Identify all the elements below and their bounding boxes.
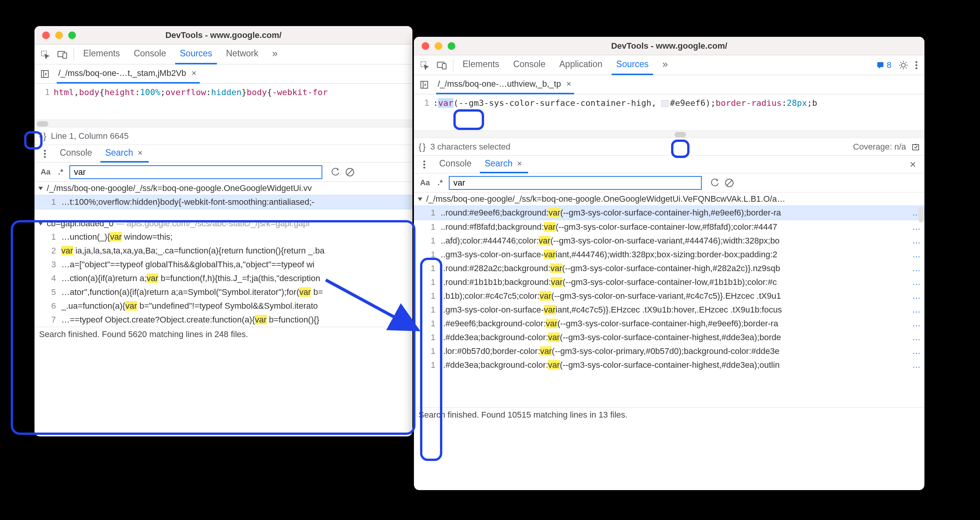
device-toggle-icon[interactable] [56,48,69,61]
vertical-scrollbar[interactable] [918,207,924,222]
color-swatch-icon[interactable] [662,100,668,107]
result-line[interactable]: 4…ction(a){if(a)return a;var b=function(… [34,272,412,285]
result-line[interactable]: 1..gm3-sys-color-on-surface-variant,#444… [414,248,924,262]
inspect-icon[interactable] [418,59,431,72]
result-group[interactable]: /_/mss/boq-one-google/_/ss/k=boq-one-goo… [414,193,924,206]
close-tab-icon[interactable]: × [190,68,198,78]
svg-point-23 [424,166,425,168]
code-editor[interactable]: 1 html,body{height:100%;overflow:hidden}… [34,84,412,101]
svg-rect-12 [442,64,446,69]
more-menu-icon[interactable] [915,61,918,69]
match-case-icon[interactable]: Aa [419,178,432,188]
drawer-menu-icon[interactable] [418,158,431,171]
search-input[interactable] [69,165,322,179]
close-window-icon[interactable] [422,42,429,50]
cancel-icon[interactable] [345,168,355,177]
close-drawer-tab-icon[interactable]: × [515,159,524,169]
close-drawer-tab-icon[interactable]: × [136,148,144,158]
tab-console[interactable]: Console [129,44,171,64]
caret-down-icon [38,222,43,225]
result-line[interactable]: 1..round:#f8fafd;background:var(--gm3-sy… [414,220,924,234]
search-match: var [110,232,122,242]
drawer-tab-console[interactable]: Console [55,145,97,163]
result-line[interactable]: 7…==typeof Object.create?Object.create:f… [34,313,412,327]
close-tab-icon[interactable]: × [565,79,573,89]
match-case-icon[interactable]: Aa [39,167,52,177]
code-line: html,body{height:100%;overflow:hidden}bo… [54,85,328,100]
svg-point-6 [44,153,46,155]
code-editor[interactable]: 1 :var(--gm3-sys-color-surface-container… [414,94,924,112]
result-group-path: cb=gapi.loaded_0 [47,219,113,229]
search-match: var [299,287,311,297]
tab-sources[interactable]: Sources [612,55,653,75]
tab-console[interactable]: Console [509,55,550,75]
scroll-thumb[interactable] [37,121,48,127]
result-line[interactable]: 1..round:#282a2c;background:var(--gm3-sy… [414,262,924,275]
result-line[interactable]: 1 …t:100%;overflow:hidden}body{-webkit-f… [34,195,412,209]
tab-application[interactable]: Application [555,55,607,75]
svg-point-7 [44,156,46,158]
separator [74,48,74,61]
regex-icon[interactable]: .* [57,167,65,177]
show-navigator-icon[interactable] [38,67,51,81]
cancel-icon[interactable] [725,178,734,188]
line-number: 1 [414,96,429,110]
close-drawer-icon[interactable]: × [908,158,918,171]
drawer-tabs: Console Search × [34,145,412,163]
refresh-icon[interactable] [331,168,340,177]
line-number: 1 [34,85,50,100]
search-input[interactable] [449,176,702,190]
ellipsis-icon: … [912,318,921,330]
pretty-print-icon[interactable]: { } [39,131,46,142]
maximize-window-icon[interactable] [68,31,76,39]
pretty-print-icon[interactable]: { } [419,142,425,152]
maximize-window-icon[interactable] [448,42,455,50]
result-line[interactable]: 3…a=["object"==typeof globalThis&&global… [34,258,412,272]
show-navigator-icon[interactable] [418,78,431,91]
file-tab[interactable]: /_/mss/boq-one-…uthview,_b,_tp × [436,75,574,94]
result-line-text: …a=["object"==typeof globalThis&&globalT… [61,258,409,271]
horizontal-scrollbar[interactable] [34,120,412,127]
tab-elements[interactable]: Elements [458,55,504,75]
result-group[interactable]: cb=gapi.loaded_0 — apis.google.com/_/scs… [34,217,412,230]
tab-overflow-icon[interactable]: » [658,55,672,75]
settings-icon[interactable] [898,60,908,70]
minimize-window-icon[interactable] [55,31,63,39]
result-line[interactable]: 6_.ua=function(a){var b="undefined"!=typ… [34,299,412,313]
file-tab[interactable]: /_/mss/boq-one-…t,_stam,jMb2Vb × [57,64,200,84]
tab-overflow-icon[interactable]: » [268,44,282,64]
minimize-window-icon[interactable] [435,42,442,50]
refresh-icon[interactable] [710,178,719,188]
result-line[interactable]: 1..lor:#0b57d0;border-color:var(--gm3-sy… [414,344,924,358]
result-line[interactable]: 1..b1b);color:#c4c7c5;color:var(--gm3-sy… [414,289,924,303]
result-line[interactable]: 1..#e9eef6;background-color:var(--gm3-sy… [414,317,924,331]
result-group[interactable]: /_/mss/boq-one-google/_/ss/k=boq-one-goo… [34,182,412,195]
close-window-icon[interactable] [42,31,50,39]
svg-point-21 [424,160,425,162]
inspect-icon[interactable] [38,48,51,61]
result-line[interactable]: 1..round:#e9eef6;background:var(--gm3-sy… [414,206,924,220]
drawer-tab-search[interactable]: Search × [480,156,528,173]
result-line[interactable]: 1..afd);color:#444746;color:var(--gm3-sy… [414,234,924,248]
tab-elements[interactable]: Elements [79,44,125,64]
issues-badge[interactable]: 8 [876,60,891,70]
drawer-tab-search[interactable]: Search × [100,145,149,163]
result-line[interactable]: 1..#dde3ea;background-color:var(--gm3-sy… [414,331,924,344]
result-line[interactable]: 1..#dde3ea;background-color:var(--gm3-sy… [414,358,924,372]
drawer-tab-console[interactable]: Console [435,156,476,173]
tab-sources[interactable]: Sources [175,44,217,64]
horizontal-scrollbar[interactable] [414,130,924,138]
scroll-thumb[interactable] [675,132,686,137]
search-match: var [540,346,552,356]
coverage-icon[interactable] [911,143,920,151]
result-line[interactable]: 5…ator",function(a){if(a)return a;a=Symb… [34,285,412,299]
drawer-menu-icon[interactable] [38,147,51,160]
result-line[interactable]: 1..round:#1b1b1b;background:var(--gm3-sy… [414,275,924,289]
cursor-position: Line 1, Column 6645 [51,131,129,141]
result-line[interactable]: 1..gm3-sys-color-on-surface-variant,#c4c… [414,303,924,317]
result-line[interactable]: 2var ia,ja,la,sa,ta,xa,ya,Ba;_.ca=functi… [34,244,412,258]
result-line[interactable]: 1…unction(_){var window=this; [34,230,412,244]
regex-icon[interactable]: .* [436,178,444,188]
tab-network[interactable]: Network [222,44,263,64]
device-toggle-icon[interactable] [435,59,448,72]
